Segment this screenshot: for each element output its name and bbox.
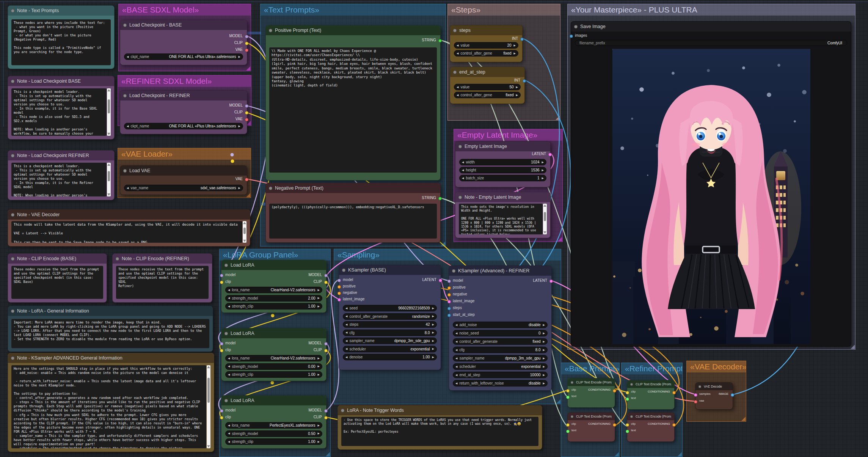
- ksampler-base-control_after_generate-widget[interactable]: ◀control_after_generaterandomize▶: [343, 313, 437, 320]
- decrement-arrow-icon[interactable]: ◀: [228, 357, 230, 360]
- collapse-dot[interactable]: [574, 25, 578, 28]
- decrement-arrow-icon[interactable]: ◀: [457, 94, 458, 97]
- group-resize-handle[interactable]: [556, 116, 560, 120]
- clip-text-encode-base-negative-output-CONDITIONING-slot[interactable]: [613, 423, 616, 427]
- clip-text-encode-base-positive[interactable]: CLIP Text Encode (Prompt)cliptextCONDITI…: [567, 378, 615, 408]
- scrollbar-thumb[interactable]: [243, 228, 246, 234]
- collapse-dot[interactable]: [341, 409, 344, 412]
- increment-arrow-icon[interactable]: ▶: [543, 332, 545, 335]
- increment-arrow-icon[interactable]: ▶: [542, 169, 544, 172]
- collapse-dot[interactable]: [269, 29, 272, 32]
- load-lora-2-lora_name-widget[interactable]: ◀lora_nameClearHand-V2.safetensors▶: [225, 355, 322, 361]
- ksampler-advanced-refiner-return_with_leftover_noise-widget[interactable]: ◀return_with_leftover_noisedisable▶: [453, 380, 548, 386]
- load-checkpoint-refiner[interactable]: Load Checkpoint - REFINERMODELCLIPVAE◀ck…: [120, 90, 247, 134]
- collapse-dot[interactable]: [630, 383, 633, 386]
- clip-text-encode-base-negative-header[interactable]: CLIP Text Encode (Prompt): [568, 413, 615, 420]
- load-lora-2-output-MODEL-slot[interactable]: [324, 342, 328, 345]
- ksampler-advanced-refiner-input-steps-slot[interactable]: [447, 307, 451, 310]
- group-refiner-sdxl-model-title[interactable]: «REFINER SDXL Model»: [118, 75, 251, 87]
- note-clip-encode-refiner[interactable]: Note - CLIP Encode (REFINER)These nodes …: [112, 253, 212, 303]
- steps-node-value-widget[interactable]: ◀value20▶: [454, 42, 518, 49]
- group-resize-handle[interactable]: [441, 242, 445, 246]
- note-ksampler-advanced-text[interactable]: Here are the settings that SHOULD stay i…: [11, 365, 206, 448]
- increment-arrow-icon[interactable]: ▶: [543, 382, 545, 385]
- group-sampling-title[interactable]: «Sampling»: [334, 249, 561, 261]
- ksampler-base-output-LATENT-slot[interactable]: [439, 279, 442, 282]
- load-lora-1-strength_model-widget[interactable]: ◀strength_model2.00▶: [225, 295, 322, 302]
- decrement-arrow-icon[interactable]: ◀: [345, 339, 347, 342]
- collapse-dot[interactable]: [116, 257, 119, 261]
- increment-arrow-icon[interactable]: ▶: [542, 161, 544, 164]
- decrement-arrow-icon[interactable]: ◀: [462, 177, 464, 180]
- increment-arrow-icon[interactable]: ▶: [516, 94, 518, 97]
- ksampler-advanced-refiner-input-model-slot[interactable]: [447, 280, 451, 283]
- empty-latent-node-batch_size-widget[interactable]: ◀batch_size1▶: [459, 175, 546, 181]
- load-checkpoint-refiner-output-MODEL-slot[interactable]: [245, 104, 248, 108]
- group-steps-title[interactable]: «Steps»: [448, 4, 560, 16]
- end-at-step-node-control_after_gene-widget[interactable]: ◀control_after_genefixed▶: [454, 92, 521, 98]
- load-lora-3-header[interactable]: Load LoRA: [221, 396, 326, 405]
- note-empty-latent-text[interactable]: This node sets the image's resolution in…: [459, 204, 543, 234]
- load-checkpoint-base-output-CLIP-slot[interactable]: [245, 42, 248, 45]
- load-vae[interactable]: Load VAEVAE◀vae_namesdxl_vae.safetensors…: [120, 165, 247, 195]
- clip-text-encode-refiner-negative-output-CONDITIONING-slot[interactable]: [672, 423, 676, 427]
- save-image-filename-prefix-widget[interactable]: filename_prefixComfyUI: [575, 40, 847, 46]
- load-lora-1[interactable]: Load LoRAmodelclipMODELCLIP◀lora_nameCle…: [221, 260, 326, 313]
- note-text-prompts[interactable]: Note - Text PromptsThese nodes are where…: [8, 5, 115, 69]
- note-load-checkpoint-base[interactable]: Note - Load Checkpoint BASEThis is a che…: [8, 76, 115, 140]
- note-lora-general-information[interactable]: Note - LoRA - General InformationImporta…: [8, 306, 213, 352]
- decrement-arrow-icon[interactable]: ◀: [455, 365, 457, 368]
- decrement-arrow-icon[interactable]: ◀: [127, 125, 129, 128]
- decrement-arrow-icon[interactable]: ◀: [228, 432, 230, 435]
- collapse-dot[interactable]: [11, 213, 14, 217]
- positive-prompt-text[interactable]: \\ Made with ONE FOR ALL model by Chaos …: [269, 47, 437, 173]
- decrement-arrow-icon[interactable]: ◀: [228, 305, 230, 308]
- scrollbar-thumb[interactable]: [544, 212, 546, 221]
- ksampler-base[interactable]: KSampler (BASE)modelpositivenegativelate…: [339, 265, 441, 370]
- clip-text-encode-refiner-negative-input-text-slot[interactable]: [626, 430, 629, 433]
- increment-arrow-icon[interactable]: ▶: [543, 357, 545, 360]
- load-lora-1-lora_name-widget[interactable]: ◀lora_nameClearHand-V2.safetensors▶: [225, 287, 322, 293]
- increment-arrow-icon[interactable]: ▶: [543, 324, 545, 327]
- group-vae-decoder-title[interactable]: «VAE Decoder»: [687, 361, 746, 372]
- decrement-arrow-icon[interactable]: ◀: [345, 323, 347, 326]
- note-ksampler-advanced-header[interactable]: Note - KSampler ADVANCED General Informa…: [8, 353, 214, 363]
- increment-arrow-icon[interactable]: ▶: [514, 52, 516, 55]
- load-lora-1-input-model-slot[interactable]: [220, 274, 223, 277]
- decrement-arrow-icon[interactable]: ◀: [455, 349, 457, 352]
- end-at-step-node-header[interactable]: end_at_step: [450, 67, 524, 77]
- load-checkpoint-base-output-MODEL-slot[interactable]: [245, 35, 248, 38]
- decrement-arrow-icon[interactable]: ◀: [228, 365, 230, 368]
- ksampler-advanced-refiner-input-start_at_step-slot[interactable]: [447, 314, 451, 317]
- increment-arrow-icon[interactable]: ▶: [432, 323, 434, 326]
- load-checkpoint-refiner-output-VAE-slot[interactable]: [245, 118, 248, 121]
- group-empty-latent-image-title[interactable]: «Empty Latent Image»: [454, 129, 562, 141]
- increment-arrow-icon[interactable]: ▶: [239, 55, 240, 58]
- decrement-arrow-icon[interactable]: ◀: [462, 169, 464, 172]
- group-resize-handle[interactable]: [678, 452, 682, 456]
- load-checkpoint-base-ckpt_name-widget[interactable]: ◀ckpt_nameONE FOR ALL «Plus Ultra».safet…: [124, 53, 243, 60]
- note-empty-latent[interactable]: Note - Empty Latent ImageThis node sets …: [455, 192, 551, 238]
- steps-node-control_after_gene-widget[interactable]: ◀control_after_genefixed▶: [454, 50, 518, 57]
- group-base-sdxl-model-title[interactable]: «BASE SDXL Model»: [119, 4, 251, 16]
- load-lora-1-header[interactable]: Load LoRA: [221, 260, 326, 270]
- load-lora-3-input-model-slot[interactable]: [220, 409, 223, 413]
- increment-arrow-icon[interactable]: ▶: [543, 374, 545, 377]
- decrement-arrow-icon[interactable]: ◀: [462, 161, 464, 164]
- ksampler-base-steps-widget[interactable]: ◀steps42▶: [343, 321, 437, 328]
- decrement-arrow-icon[interactable]: ◀: [455, 357, 457, 360]
- load-lora-3-lora_name-widget[interactable]: ◀lora_namePerfectEyesXL.safetensors▶: [225, 422, 322, 429]
- ksampler-advanced-refiner-header[interactable]: KSampler (Advanced) - REFINER: [449, 266, 551, 276]
- clip-text-encode-base-positive-input-text-slot[interactable]: [566, 396, 570, 399]
- group-resize-handle[interactable]: [615, 452, 619, 456]
- load-lora-1-input-clip-slot[interactable]: [220, 281, 223, 284]
- ksampler-base-input-model-slot[interactable]: [337, 279, 341, 282]
- decrement-arrow-icon[interactable]: ◀: [127, 187, 129, 190]
- end-at-step-node[interactable]: end_at_stepINT◀value50▶◀control_after_ge…: [450, 67, 525, 104]
- load-lora-2-strength_model-widget[interactable]: ◀strength_model0.00▶: [225, 363, 322, 370]
- increment-arrow-icon[interactable]: ▶: [432, 356, 434, 359]
- decrement-arrow-icon[interactable]: ◀: [455, 382, 457, 385]
- collapse-dot[interactable]: [11, 309, 14, 313]
- ksampler-base-sampler_name-widget[interactable]: ◀sampler_namedpmpp_3m_sde_gpu▶: [343, 338, 437, 344]
- collapse-dot[interactable]: [123, 24, 127, 27]
